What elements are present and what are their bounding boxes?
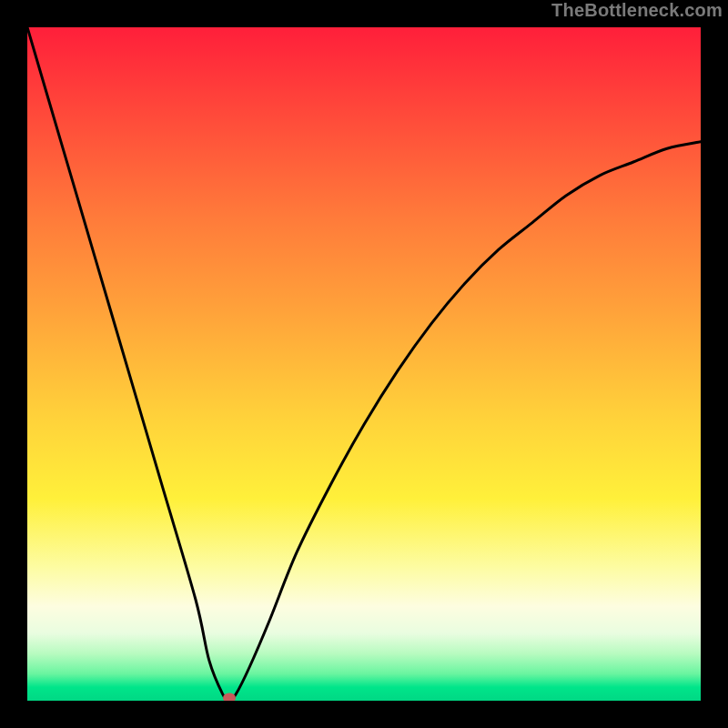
curve-svg — [27, 27, 701, 701]
chart-frame: TheBottleneck.com — [0, 0, 728, 728]
optimal-point-marker — [223, 693, 236, 702]
plot-area — [27, 27, 701, 701]
attribution-text: TheBottleneck.com — [551, 0, 723, 21]
bottleneck-curve — [27, 27, 701, 701]
